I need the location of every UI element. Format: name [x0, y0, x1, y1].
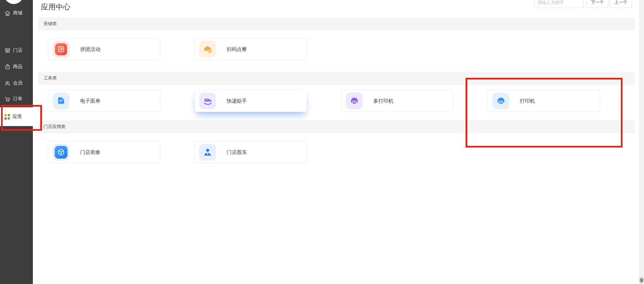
app-card-label: 扫码点餐: [227, 46, 247, 53]
sidebar-item-apps[interactable]: 应用: [0, 107, 33, 126]
app-card-printer[interactable]: 打印机: [488, 90, 600, 112]
app-card-label: 门店装修: [80, 149, 100, 156]
keyword-search-input[interactable]: [534, 0, 584, 8]
app-card-label: 门店股东: [227, 149, 247, 156]
app-card-label: 电子面单: [80, 98, 100, 104]
sidebar-item-label: 会员: [13, 80, 22, 86]
section-header-store-apps: 门店应用类: [38, 120, 635, 133]
vertical-scrollbar[interactable]: [639, 0, 644, 284]
group-buy-icon: [53, 41, 69, 58]
app-card-multi-printer[interactable]: 多打印机: [341, 90, 453, 112]
sidebar-item-label: 商品: [13, 64, 22, 70]
orders-cart-icon: [4, 96, 11, 102]
sidebar-item-label: 订单: [13, 96, 22, 102]
goods-icon: [4, 64, 11, 70]
prev-button[interactable]: 上一个: [610, 0, 632, 8]
app-card-store-decoration[interactable]: 门店装修: [48, 141, 160, 163]
sidebar-item-mall[interactable]: 商城: [0, 8, 33, 18]
sidebar-item-label: 门店: [13, 47, 22, 53]
express-helper-icon: [199, 93, 216, 109]
printer-icon: [492, 93, 509, 109]
app-card-ewaybill[interactable]: 电子面单: [48, 90, 160, 112]
app-card-label: 打印机: [520, 98, 535, 104]
app-card-store-shareholder[interactable]: 门店股东: [195, 141, 307, 163]
app-card-label: 快递助手: [227, 98, 247, 104]
annotation-box-printer-region: [466, 78, 623, 148]
sidebar-item-label: 商城: [13, 10, 22, 16]
apps-grid-icon: [4, 114, 10, 120]
section-header-marketing: 营销类: [38, 17, 635, 30]
sidebar-item-label: 应用: [12, 114, 22, 120]
ewaybill-icon: [53, 93, 69, 109]
store-shareholder-icon: [199, 144, 216, 161]
next-button[interactable]: 下一个: [586, 0, 608, 8]
app-card-label: 拼团活动: [80, 46, 100, 53]
app-card-label: 多打印机: [373, 98, 393, 104]
sidebar-item-store[interactable]: 门店: [0, 46, 33, 55]
sidebar-item-members[interactable]: 会员: [0, 78, 33, 88]
app-card-group-buy[interactable]: 拼团活动: [48, 38, 160, 60]
multi-printer-icon: [346, 93, 363, 109]
members-icon: [4, 80, 11, 87]
sidebar: 商城 门店 商品 会员 订单 应用: [0, 0, 33, 284]
sidebar-item-orders[interactable]: 订单: [0, 94, 33, 104]
main-content: 应用中心 下一个 上一个 营销类 工具类 门店应用类 拼团活动: [33, 0, 639, 284]
section-header-tools: 工具类: [38, 72, 635, 84]
app-card-scan-order[interactable]: 扫码点餐: [195, 38, 307, 60]
sidebar-item-goods[interactable]: 商品: [0, 62, 33, 71]
scroll-down-arrow-icon: [641, 280, 643, 281]
store-decoration-icon: [53, 144, 69, 161]
store-icon: [4, 47, 11, 54]
app-card-express-helper[interactable]: 快递助手: [195, 90, 307, 112]
scrollbar-down-button[interactable]: [640, 278, 643, 283]
mall-home-icon: [4, 10, 11, 16]
scan-order-icon: [199, 41, 216, 58]
page-title: 应用中心: [41, 2, 70, 12]
logo-avatar: [4, 0, 23, 4]
